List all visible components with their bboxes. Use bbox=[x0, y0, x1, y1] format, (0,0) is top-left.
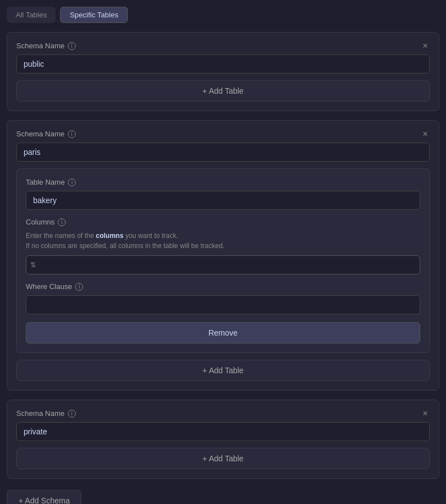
schema-info-icon-private: i bbox=[68, 410, 76, 418]
where-clause-label-text: Where Clause bbox=[26, 282, 72, 291]
where-clause-section: Where Clause i bbox=[26, 282, 420, 314]
schema-input-paris[interactable] bbox=[16, 143, 430, 162]
schema-name-text-private: Schema Name bbox=[16, 409, 65, 418]
table-name-label-text: Table Name bbox=[26, 178, 65, 186]
tab-specific-tables[interactable]: Specific Tables bbox=[60, 7, 127, 23]
table-name-label: Table Name i bbox=[26, 178, 420, 186]
schema-info-icon-public: i bbox=[68, 42, 76, 50]
schema-name-text-paris: Schema Name bbox=[16, 130, 65, 138]
close-schema-private[interactable]: × bbox=[419, 407, 432, 420]
add-table-button-private[interactable]: + Add Table bbox=[16, 448, 430, 469]
columns-hint-post: you want to track. bbox=[123, 232, 178, 240]
schema-info-icon-paris: i bbox=[68, 130, 76, 138]
tab-all-tables[interactable]: All Tables bbox=[7, 7, 56, 23]
tab-bar: All Tables Specific Tables bbox=[7, 7, 439, 23]
columns-hint-bold: columns bbox=[96, 232, 123, 240]
add-schema-button[interactable]: + Add Schema bbox=[7, 490, 81, 504]
schema-label-paris: Schema Name i bbox=[16, 130, 430, 138]
columns-section: Columns i Enter the names of the columns… bbox=[26, 218, 420, 274]
columns-label: Columns i bbox=[26, 218, 420, 226]
schema-input-public[interactable] bbox=[16, 54, 430, 74]
add-table-button-paris[interactable]: + Add Table bbox=[16, 360, 430, 381]
where-clause-label: Where Clause i bbox=[26, 282, 420, 291]
columns-hint: Enter the names of the columns you want … bbox=[26, 231, 420, 251]
schema-block-private: × Schema Name i + Add Table bbox=[7, 400, 439, 479]
close-schema-public[interactable]: × bbox=[419, 39, 432, 53]
schema-name-text-public: Schema Name bbox=[16, 42, 65, 50]
columns-input-bakery[interactable] bbox=[26, 255, 420, 274]
columns-label-text: Columns bbox=[26, 218, 54, 226]
sort-icon: ⇅ bbox=[30, 261, 36, 269]
schema-label-private: Schema Name i bbox=[16, 409, 430, 418]
schema-block-public: × Schema Name i + Add Table bbox=[7, 32, 439, 111]
table-name-info-icon: i bbox=[68, 178, 76, 186]
schema-input-private[interactable] bbox=[16, 422, 430, 441]
columns-hint-line2: If no columns are specified, all columns… bbox=[26, 242, 224, 250]
columns-info-icon: i bbox=[58, 218, 66, 226]
close-schema-paris[interactable]: × bbox=[419, 127, 432, 141]
add-table-button-public[interactable]: + Add Table bbox=[16, 80, 430, 102]
table-name-input-bakery[interactable] bbox=[26, 191, 420, 210]
columns-hint-pre: Enter the names of the bbox=[26, 232, 96, 240]
remove-table-button-bakery[interactable]: Remove bbox=[26, 322, 420, 343]
where-clause-info-icon: i bbox=[75, 283, 83, 291]
columns-input-wrapper: ⇅ bbox=[26, 255, 420, 274]
schema-label-public: Schema Name i bbox=[16, 42, 430, 50]
schema-block-paris: × Schema Name i Table Name i Columns i E… bbox=[7, 120, 439, 391]
table-block-bakery: Table Name i Columns i Enter the names o… bbox=[16, 168, 430, 353]
where-clause-input-bakery[interactable] bbox=[26, 295, 420, 314]
